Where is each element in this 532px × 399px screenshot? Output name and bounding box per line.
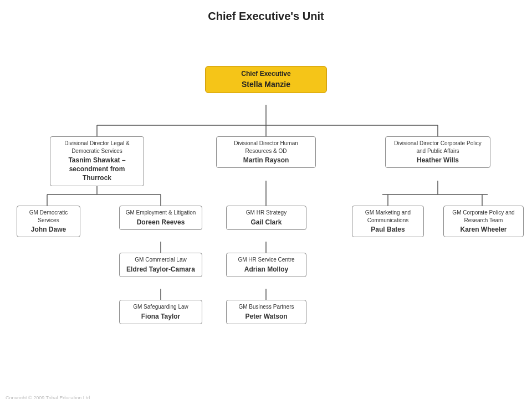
- gm-biz-role: GM Business Partners: [231, 303, 302, 311]
- node-div-corp: Divisional Director Corporate Policy and…: [385, 136, 490, 168]
- node-gm-biz: GM Business Partners Peter Watson: [226, 300, 306, 324]
- gm-hr-svc-role: GM HR Service Centre: [231, 256, 302, 264]
- gm-comm-role: GM Commercial Law: [124, 256, 198, 264]
- gm-safe-role: GM Safeguarding Law: [124, 303, 198, 311]
- node-gm-dem: GM Democratic Services John Dawe: [17, 206, 80, 237]
- div-corp-role: Divisional Director Corporate Policy and…: [390, 140, 486, 155]
- root-role: Chief Executive: [209, 69, 323, 78]
- gm-hr-strat-name: Gail Clark: [231, 218, 302, 227]
- root-name: Stella Manzie: [209, 79, 323, 90]
- node-gm-hr-strat: GM HR Strategy Gail Clark: [226, 206, 306, 230]
- node-gm-corp-pol: GM Corporate Policy and Research Team Ka…: [443, 206, 524, 237]
- org-chart: Chief Executive Stella Manzie Divisional…: [0, 28, 532, 399]
- gm-safe-name: Fiona Taylor: [124, 312, 198, 321]
- div-hr-name: Martin Rayson: [221, 156, 311, 165]
- div-legal-role: Divisional Director Legal & Democratic S…: [54, 140, 140, 155]
- node-gm-comm: GM Commercial Law Eldred Taylor-Camara: [119, 253, 202, 277]
- gm-corp-pol-role: GM Corporate Policy and Research Team: [448, 209, 519, 224]
- page-title: Chief Executive's Unit: [0, 0, 532, 28]
- node-gm-safe: GM Safeguarding Law Fiona Taylor: [119, 300, 202, 324]
- gm-biz-name: Peter Watson: [231, 312, 302, 321]
- gm-hr-strat-role: GM HR Strategy: [231, 209, 302, 217]
- node-div-hr: Divisional Director Human Resources & OD…: [216, 136, 316, 168]
- gm-dem-role: GM Democratic Services: [21, 209, 76, 224]
- node-root: Chief Executive Stella Manzie: [205, 66, 327, 93]
- node-gm-mktg: GM Marketing and Communications Paul Bat…: [352, 206, 424, 237]
- gm-mktg-name: Paul Bates: [356, 225, 420, 234]
- div-hr-role: Divisional Director Human Resources & OD: [221, 140, 311, 155]
- node-div-legal: Divisional Director Legal & Democratic S…: [50, 136, 144, 186]
- node-gm-emp: GM Employment & Litigation Doreen Reeves: [119, 206, 202, 230]
- gm-corp-pol-name: Karen Wheeler: [448, 225, 519, 234]
- div-legal-name: Tasnim Shawkat – secondment from Thurroc…: [54, 156, 140, 183]
- gm-emp-name: Doreen Reeves: [124, 218, 198, 227]
- gm-comm-name: Eldred Taylor-Camara: [124, 265, 198, 274]
- gm-emp-role: GM Employment & Litigation: [124, 209, 198, 217]
- watermark: Copyright © 2009 Tribal Education Ltd: [6, 395, 90, 399]
- node-gm-hr-svc: GM HR Service Centre Adrian Molloy: [226, 253, 306, 277]
- gm-hr-svc-name: Adrian Molloy: [231, 265, 302, 274]
- gm-mktg-role: GM Marketing and Communications: [356, 209, 420, 224]
- gm-dem-name: John Dawe: [21, 225, 76, 234]
- div-corp-name: Heather Wills: [390, 156, 486, 165]
